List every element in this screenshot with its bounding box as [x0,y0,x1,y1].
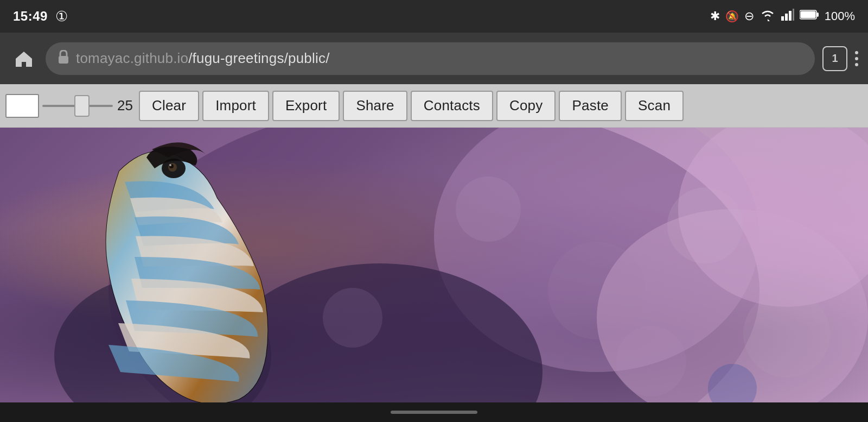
svg-rect-6 [800,11,815,18]
url-text: tomayac.github.io/fugu-greetings/public/ [76,50,330,67]
share-button[interactable]: Share [343,91,407,121]
lock-icon [58,50,69,67]
scan-button[interactable]: Scan [625,91,684,121]
menu-button[interactable] [855,51,858,66]
home-button[interactable] [10,45,38,73]
bluetooth-icon: ✱ [710,9,720,23]
contacts-button[interactable]: Contacts [411,91,493,121]
battery-percent: 100% [825,9,855,23]
status-time: 15:49 [13,9,48,24]
nav-bar [0,402,868,422]
browser-actions: 1 [822,46,858,71]
slider-value: 25 [117,97,136,114]
paste-button[interactable]: Paste [559,91,622,121]
svg-rect-3 [793,9,794,21]
fish-illustration [0,128,868,422]
wifi-icon [760,9,776,24]
color-swatch[interactable] [5,94,39,118]
export-button[interactable]: Export [272,91,340,121]
dnd-icon: ⊖ [744,9,754,23]
svg-point-23 [616,326,686,396]
clear-button[interactable]: Clear [139,91,199,121]
svg-rect-1 [785,14,788,21]
address-bar[interactable]: tomayac.github.io/fugu-greetings/public/ [46,42,815,75]
svg-rect-5 [816,12,819,17]
status-bar: 15:49 ① ✱ 🔕 ⊖ [0,0,868,33]
svg-point-19 [548,242,646,339]
url-domain: tomayac.github.io [76,50,188,66]
status-bar-right: ✱ 🔕 ⊖ 100% [710,9,855,24]
svg-point-22 [323,288,382,348]
svg-point-18 [456,177,521,242]
slider-container: 25 [42,97,136,114]
tab-count[interactable]: 1 [822,46,847,71]
slider-thumb[interactable] [74,95,90,117]
svg-rect-2 [789,11,792,21]
import-button[interactable]: Import [202,91,269,121]
browser-bar: tomayac.github.io/fugu-greetings/public/… [0,33,868,84]
copy-button[interactable]: Copy [496,91,556,121]
slider-track[interactable] [42,105,113,107]
svg-rect-0 [781,16,784,21]
home-indicator[interactable] [391,411,477,414]
svg-point-21 [743,291,830,377]
svg-point-17 [169,164,171,166]
svg-rect-7 [59,56,68,64]
mute-icon: 🔕 [725,10,739,23]
main-content [0,128,868,422]
status-bar-left: 15:49 ① [13,8,68,25]
url-path: /fugu-greetings/public/ [188,50,329,66]
battery-icon [800,9,819,23]
toolbar: 25 Clear Import Export Share Contacts Co… [0,84,868,128]
profile-icon: ① [55,8,68,25]
signal-icon [781,9,794,24]
svg-point-20 [667,187,743,263]
